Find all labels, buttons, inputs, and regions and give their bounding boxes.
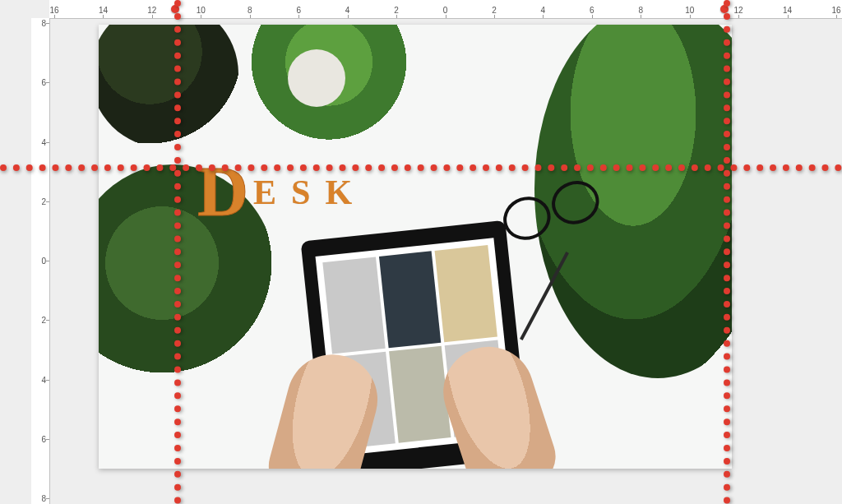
ruler-h-label: 4 bbox=[345, 7, 350, 15]
ruler-h-label: 2 bbox=[492, 7, 497, 15]
text-rest: ESK bbox=[253, 173, 367, 211]
ruler-h-label: 8 bbox=[248, 7, 252, 15]
ruler-v-label: 6 bbox=[41, 434, 46, 443]
ruler-v-label: 8 bbox=[41, 19, 46, 28]
ruler-h-label: 0 bbox=[443, 7, 448, 15]
ruler-h-label: 14 bbox=[99, 7, 108, 15]
ruler-h-label: 4 bbox=[541, 7, 546, 15]
ruler-v-label: 0 bbox=[41, 257, 46, 266]
ruler-v-label: 6 bbox=[41, 78, 46, 87]
plant-top-left bbox=[99, 25, 238, 148]
ruler-v-label: 4 bbox=[41, 137, 46, 146]
ruler-v-label: 2 bbox=[41, 316, 46, 325]
ruler-h-label: 10 bbox=[197, 7, 206, 15]
guide-vertical-2[interactable] bbox=[724, 0, 730, 504]
ruler-h-label: 16 bbox=[49, 7, 58, 15]
ruler-v-label: 2 bbox=[41, 197, 46, 206]
ruler-h-label: 6 bbox=[296, 7, 301, 15]
background-photo[interactable]: DESK bbox=[99, 25, 732, 469]
plant-top-center bbox=[238, 25, 419, 148]
ruler-h-label: 10 bbox=[685, 7, 694, 15]
guide-vertical-1[interactable] bbox=[174, 0, 181, 504]
ruler-h-label: 8 bbox=[638, 7, 643, 15]
ruler-h-label: 6 bbox=[590, 7, 594, 15]
ruler-v-label: 4 bbox=[41, 375, 46, 384]
ruler-h-label: 12 bbox=[147, 7, 156, 15]
ruler-h-label: 12 bbox=[734, 7, 743, 15]
ruler-vertical[interactable]: 864202468 bbox=[31, 18, 50, 504]
editor-viewport: 1614121086420246810121416 864202468 DESK bbox=[0, 0, 842, 504]
ruler-h-label: 14 bbox=[783, 7, 792, 15]
guide-horizontal-1[interactable] bbox=[0, 164, 842, 171]
ruler-h-label: 16 bbox=[831, 7, 840, 15]
slide-page[interactable]: DESK bbox=[99, 25, 732, 469]
ruler-h-label: 2 bbox=[394, 7, 399, 15]
ruler-v-label: 8 bbox=[41, 494, 46, 503]
